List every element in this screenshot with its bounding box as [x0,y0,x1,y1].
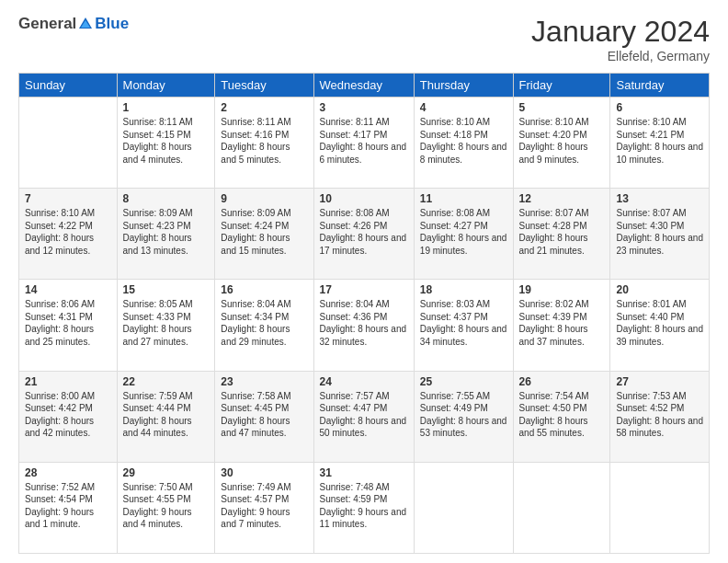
cell-4-3: 31Sunrise: 7:48 AMSunset: 4:59 PMDayligh… [313,462,414,553]
day-number: 19 [519,283,605,296]
cell-3-0: 21Sunrise: 8:00 AMSunset: 4:42 PMDayligh… [19,371,118,462]
cell-content: Sunrise: 8:00 AMSunset: 4:42 PMDaylight:… [25,390,111,440]
header: General Blue January 2024 Ellefeld, Germ… [18,15,710,63]
cell-content: Sunrise: 8:08 AMSunset: 4:27 PMDaylight:… [420,207,507,257]
day-number: 5 [519,101,605,114]
cell-1-5: 12Sunrise: 8:07 AMSunset: 4:28 PMDayligh… [513,189,610,280]
day-number: 17 [320,283,408,296]
day-number: 21 [25,375,111,388]
cell-3-2: 23Sunrise: 7:58 AMSunset: 4:45 PMDayligh… [215,371,313,462]
week-row-1: 7Sunrise: 8:10 AMSunset: 4:22 PMDaylight… [19,189,710,280]
cell-2-3: 17Sunrise: 8:04 AMSunset: 4:36 PMDayligh… [313,280,414,371]
cell-content: Sunrise: 8:10 AMSunset: 4:22 PMDaylight:… [25,207,111,257]
page: General Blue January 2024 Ellefeld, Germ… [0,0,728,563]
cell-content: Sunrise: 8:11 AMSunset: 4:17 PMDaylight:… [320,116,408,166]
cell-content: Sunrise: 7:52 AMSunset: 4:54 PMDaylight:… [25,481,111,531]
logo-general: General [18,15,76,33]
title-section: January 2024 Ellefeld, Germany [531,15,710,63]
cell-content: Sunrise: 7:49 AMSunset: 4:57 PMDaylight:… [221,481,307,531]
cell-content: Sunrise: 8:08 AMSunset: 4:26 PMDaylight:… [320,207,408,257]
header-row: Sunday Monday Tuesday Wednesday Thursday… [19,74,710,98]
day-number: 14 [25,283,111,296]
cell-content: Sunrise: 8:03 AMSunset: 4:37 PMDaylight:… [420,298,507,348]
day-number: 8 [123,192,210,205]
day-number: 16 [221,283,307,296]
col-sunday: Sunday [19,74,118,98]
week-row-0: 1Sunrise: 8:11 AMSunset: 4:15 PMDaylight… [19,98,710,189]
cell-1-3: 10Sunrise: 8:08 AMSunset: 4:26 PMDayligh… [313,189,414,280]
cell-1-6: 13Sunrise: 8:07 AMSunset: 4:30 PMDayligh… [610,189,710,280]
cell-content: Sunrise: 8:02 AMSunset: 4:39 PMDaylight:… [519,298,605,348]
col-friday: Friday [513,74,610,98]
cell-3-5: 26Sunrise: 7:54 AMSunset: 4:50 PMDayligh… [513,371,610,462]
cell-content: Sunrise: 8:07 AMSunset: 4:30 PMDaylight:… [616,207,703,257]
cell-1-1: 8Sunrise: 8:09 AMSunset: 4:23 PMDaylight… [117,189,215,280]
day-number: 18 [420,283,507,296]
cell-content: Sunrise: 7:55 AMSunset: 4:49 PMDaylight:… [420,390,507,440]
col-saturday: Saturday [610,74,710,98]
day-number: 29 [123,466,210,479]
cell-4-5 [513,462,610,553]
cell-content: Sunrise: 8:10 AMSunset: 4:21 PMDaylight:… [616,116,703,166]
cell-content: Sunrise: 8:04 AMSunset: 4:36 PMDaylight:… [320,298,408,348]
day-number: 10 [320,192,408,205]
cell-content: Sunrise: 8:06 AMSunset: 4:31 PMDaylight:… [25,298,111,348]
week-row-3: 21Sunrise: 8:00 AMSunset: 4:42 PMDayligh… [19,371,710,462]
cell-content: Sunrise: 8:11 AMSunset: 4:15 PMDaylight:… [123,116,210,166]
day-number: 23 [221,375,307,388]
cell-2-6: 20Sunrise: 8:01 AMSunset: 4:40 PMDayligh… [610,280,710,371]
col-thursday: Thursday [414,74,513,98]
cell-content: Sunrise: 8:09 AMSunset: 4:24 PMDaylight:… [221,207,307,257]
cell-content: Sunrise: 7:50 AMSunset: 4:55 PMDaylight:… [123,481,210,531]
col-tuesday: Tuesday [215,74,313,98]
cell-content: Sunrise: 8:01 AMSunset: 4:40 PMDaylight:… [616,298,703,348]
calendar-table: Sunday Monday Tuesday Wednesday Thursday… [18,73,710,554]
day-number: 30 [221,466,307,479]
cell-content: Sunrise: 8:10 AMSunset: 4:20 PMDaylight:… [519,116,605,166]
cell-content: Sunrise: 8:09 AMSunset: 4:23 PMDaylight:… [123,207,210,257]
week-row-2: 14Sunrise: 8:06 AMSunset: 4:31 PMDayligh… [19,280,710,371]
cell-4-6 [610,462,710,553]
cell-0-1: 1Sunrise: 8:11 AMSunset: 4:15 PMDaylight… [117,98,215,189]
cell-0-2: 2Sunrise: 8:11 AMSunset: 4:16 PMDaylight… [215,98,313,189]
cell-content: Sunrise: 8:10 AMSunset: 4:18 PMDaylight:… [420,116,507,166]
cell-3-3: 24Sunrise: 7:57 AMSunset: 4:47 PMDayligh… [313,371,414,462]
day-number: 1 [123,101,210,114]
cell-0-5: 5Sunrise: 8:10 AMSunset: 4:20 PMDaylight… [513,98,610,189]
cell-4-4 [414,462,513,553]
cell-4-2: 30Sunrise: 7:49 AMSunset: 4:57 PMDayligh… [215,462,313,553]
cell-content: Sunrise: 7:59 AMSunset: 4:44 PMDaylight:… [123,390,210,440]
cell-content: Sunrise: 7:48 AMSunset: 4:59 PMDaylight:… [320,481,408,531]
day-number: 20 [616,283,703,296]
day-number: 24 [320,375,408,388]
day-number: 4 [420,101,507,114]
day-number: 7 [25,192,111,205]
cell-1-4: 11Sunrise: 8:08 AMSunset: 4:27 PMDayligh… [414,189,513,280]
location: Ellefeld, Germany [531,49,710,63]
cell-2-1: 15Sunrise: 8:05 AMSunset: 4:33 PMDayligh… [117,280,215,371]
day-number: 11 [420,192,507,205]
cell-content: Sunrise: 7:57 AMSunset: 4:47 PMDaylight:… [320,390,408,440]
cell-1-2: 9Sunrise: 8:09 AMSunset: 4:24 PMDaylight… [215,189,313,280]
logo-icon [77,16,94,32]
day-number: 3 [320,101,408,114]
cell-2-0: 14Sunrise: 8:06 AMSunset: 4:31 PMDayligh… [19,280,118,371]
day-number: 9 [221,192,307,205]
cell-4-1: 29Sunrise: 7:50 AMSunset: 4:55 PMDayligh… [117,462,215,553]
logo-blue: Blue [95,15,129,33]
cell-0-4: 4Sunrise: 8:10 AMSunset: 4:18 PMDaylight… [414,98,513,189]
cell-4-0: 28Sunrise: 7:52 AMSunset: 4:54 PMDayligh… [19,462,118,553]
day-number: 13 [616,192,703,205]
cell-content: Sunrise: 7:53 AMSunset: 4:52 PMDaylight:… [616,390,703,440]
cell-content: Sunrise: 8:11 AMSunset: 4:16 PMDaylight:… [221,116,307,166]
cell-content: Sunrise: 8:07 AMSunset: 4:28 PMDaylight:… [519,207,605,257]
day-number: 6 [616,101,703,114]
day-number: 31 [320,466,408,479]
cell-3-4: 25Sunrise: 7:55 AMSunset: 4:49 PMDayligh… [414,371,513,462]
day-number: 12 [519,192,605,205]
cell-content: Sunrise: 7:54 AMSunset: 4:50 PMDaylight:… [519,390,605,440]
day-number: 27 [616,375,703,388]
cell-2-5: 19Sunrise: 8:02 AMSunset: 4:39 PMDayligh… [513,280,610,371]
cell-content: Sunrise: 8:05 AMSunset: 4:33 PMDaylight:… [123,298,210,348]
day-number: 28 [25,466,111,479]
